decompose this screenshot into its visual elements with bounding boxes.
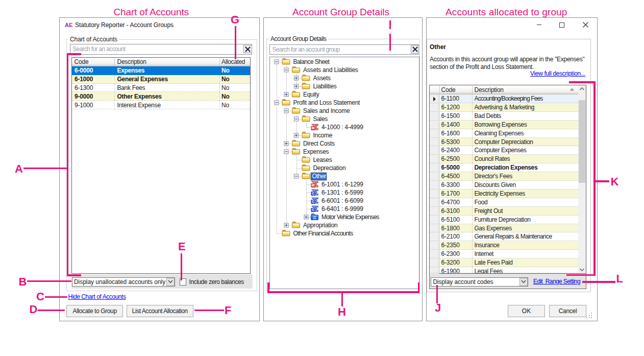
svg-text:C: C — [313, 216, 316, 220]
